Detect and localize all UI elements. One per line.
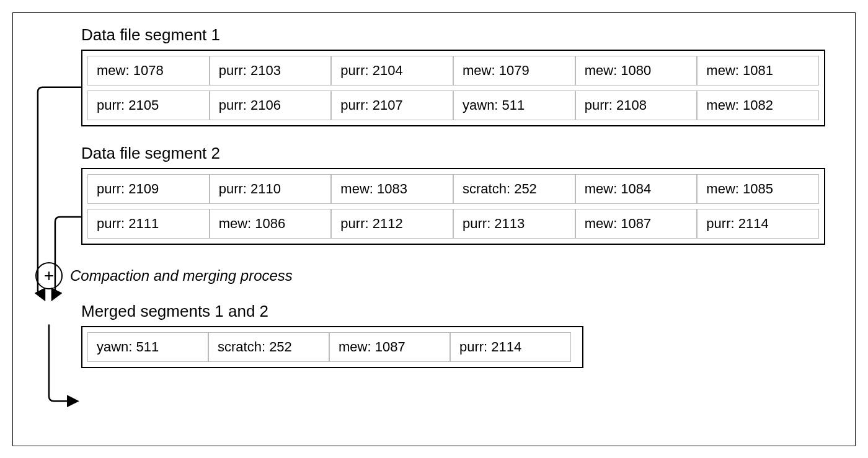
segment-2-box: purr: 2109 purr: 2110 mew: 1083 scratch:… <box>81 168 825 245</box>
segment-1-row-1: purr: 2105 purr: 2106 purr: 2107 yawn: 5… <box>87 90 819 120</box>
diagram-frame: Data file segment 1 mew: 1078 purr: 2103… <box>12 12 856 446</box>
data-cell: mew: 1087 <box>329 332 450 362</box>
data-cell: purr: 2111 <box>87 209 210 239</box>
segment-2-row-1: purr: 2111 mew: 1086 purr: 2112 purr: 21… <box>87 209 819 239</box>
data-cell: purr: 2107 <box>331 90 453 120</box>
data-cell: mew: 1085 <box>697 174 819 204</box>
merged-title: Merged segments 1 and 2 <box>81 302 836 321</box>
data-cell: purr: 2105 <box>87 90 210 120</box>
data-cell: mew: 1086 <box>210 209 332 239</box>
plus-icon: + <box>35 262 63 289</box>
data-cell: purr: 2112 <box>331 209 453 239</box>
data-cell: purr: 2114 <box>697 209 819 239</box>
segment-2-row-0: purr: 2109 purr: 2110 mew: 1083 scratch:… <box>87 174 819 204</box>
data-cell: mew: 1078 <box>87 56 210 86</box>
data-cell: purr: 2104 <box>331 56 453 86</box>
merged-box: yawn: 511 scratch: 252 mew: 1087 purr: 2… <box>81 326 583 368</box>
data-cell: purr: 2113 <box>453 209 575 239</box>
data-cell: mew: 1087 <box>575 209 698 239</box>
data-cell: yawn: 511 <box>87 332 208 362</box>
data-cell: purr: 2114 <box>450 332 571 362</box>
segment-1-box: mew: 1078 purr: 2103 purr: 2104 mew: 107… <box>81 50 825 126</box>
merge-process-row: + Compaction and merging process <box>35 262 836 289</box>
data-cell: mew: 1082 <box>697 90 819 120</box>
segment-1-row-0: mew: 1078 purr: 2103 purr: 2104 mew: 107… <box>87 56 819 86</box>
data-cell: yawn: 511 <box>453 90 575 120</box>
data-cell: purr: 2110 <box>210 174 332 204</box>
merged-row-0: yawn: 511 scratch: 252 mew: 1087 purr: 2… <box>87 332 577 362</box>
data-cell: purr: 2103 <box>210 56 332 86</box>
data-cell: purr: 2108 <box>575 90 698 120</box>
data-cell: mew: 1083 <box>331 174 453 204</box>
segment-2-title: Data file segment 2 <box>81 144 836 163</box>
data-cell: mew: 1081 <box>697 56 819 86</box>
data-cell: mew: 1084 <box>575 174 698 204</box>
process-label: Compaction and merging process <box>70 267 293 284</box>
data-cell: mew: 1079 <box>453 56 575 86</box>
data-cell: mew: 1080 <box>575 56 698 86</box>
data-cell: purr: 2106 <box>210 90 332 120</box>
data-cell: purr: 2109 <box>87 174 210 204</box>
segment-1-title: Data file segment 1 <box>81 25 836 45</box>
data-cell: scratch: 252 <box>453 174 575 204</box>
data-cell: scratch: 252 <box>208 332 329 362</box>
